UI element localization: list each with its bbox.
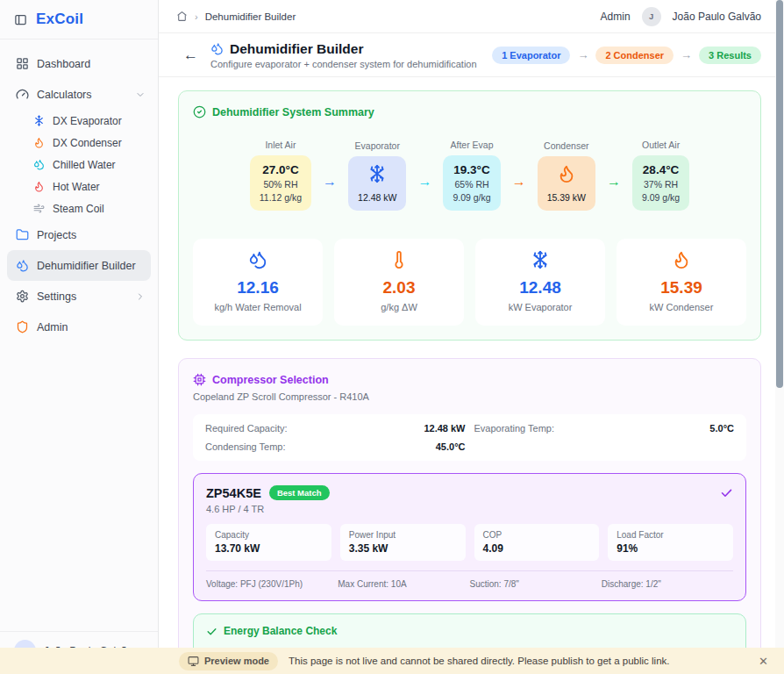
sidebar-item-steam-coil[interactable]: Steam Coil xyxy=(0,197,158,219)
stage-label: Inlet Air xyxy=(265,140,296,150)
requirement-row: Required Capacity: 12.48 kW xyxy=(205,423,466,434)
sidebar-item-label: Admin xyxy=(37,321,68,333)
arrow-icon: → xyxy=(512,174,526,190)
dashboard-icon xyxy=(16,57,29,70)
flame-icon xyxy=(557,164,576,183)
preview-banner: Preview mode This page is not live and c… xyxy=(0,648,784,674)
metric-water-removal: 12.16 kg/h Water Removal xyxy=(193,239,323,326)
compressor-subtitle: Copeland ZP Scroll Compressor - R410A xyxy=(193,391,746,402)
stage-humidity-ratio: 9.09 g/kg xyxy=(642,192,680,203)
stage-humidity-ratio: 11.12 g/kg xyxy=(260,192,302,203)
metric-evaporator-kw: 12.48 kW Evaporator xyxy=(475,239,605,326)
requirement-value: 5.0°C xyxy=(709,423,734,434)
metric-label: g/kg ΔW xyxy=(341,302,457,312)
metric-label: kg/h Water Removal xyxy=(200,302,316,312)
user-name[interactable]: João Paulo Galvão xyxy=(673,11,761,23)
process-flow: Inlet Air 27.0°C 50% RH 11.12 g/kg → Eva… xyxy=(193,140,746,211)
snowflake-icon xyxy=(531,250,550,269)
stage-outlet-air: Outlet Air 28.4°C 37% RH 9.09 g/kg xyxy=(632,140,689,211)
page-header: ← Dehumidifier Builder Configure evapora… xyxy=(159,33,784,77)
requirement-label: Required Capacity: xyxy=(205,423,288,434)
sidebar-item-dashboard[interactable]: Dashboard xyxy=(0,48,158,79)
stage-label: After Evap xyxy=(451,140,494,150)
breadcrumb-current[interactable]: Dehumidifier Builder xyxy=(205,11,296,22)
metric-label: kW Evaporator xyxy=(482,302,598,312)
compressor-model-card[interactable]: ZP54K5E Best Match 4.6 HP / 4 TR Capacit… xyxy=(193,473,746,601)
sidebar-item-dehumidifier-builder[interactable]: Dehumidifier Builder xyxy=(7,250,151,281)
spec-cop: COP 4.09 xyxy=(474,524,600,561)
stage-temp: 28.4°C xyxy=(642,163,680,176)
scrollbar-thumb[interactable] xyxy=(776,0,783,388)
stage-evaporator: Evaporator 12.48 kW xyxy=(348,140,406,211)
sidebar-item-projects[interactable]: Projects xyxy=(0,219,158,250)
model-specs: Capacity 13.70 kW Power Input 3.35 kW CO… xyxy=(206,524,733,561)
model-name: ZP54K5E xyxy=(206,486,261,500)
metric-label: kW Condenser xyxy=(624,302,739,312)
arrow-icon: → xyxy=(607,174,621,190)
scrollbar-track[interactable] xyxy=(775,0,784,674)
summary-title: Dehumidifier System Summary xyxy=(212,106,374,118)
metric-condenser-kw: 15.39 kW Condenser xyxy=(617,239,746,326)
app-logo[interactable]: ExCoil xyxy=(36,11,83,28)
main-area: › Dehumidifier Builder Admin J João Paul… xyxy=(159,0,784,674)
sidebar-item-chilled-water[interactable]: Chilled Water xyxy=(0,154,158,176)
detail-voltage: Voltage: PFJ (230V/1Ph) xyxy=(206,579,338,589)
check-circle-icon xyxy=(193,105,206,118)
gauge-icon xyxy=(16,88,29,101)
sidebar-item-dx-evaporator[interactable]: DX Evaporator xyxy=(0,110,158,132)
step-results[interactable]: 3 Results xyxy=(699,47,761,64)
sidebar-item-label: Projects xyxy=(37,229,76,241)
sidebar-item-label: Chilled Water xyxy=(53,159,116,171)
sidebar: ExCoil Dashboard Calculators xyxy=(0,0,159,674)
compressor-title: Compressor Selection xyxy=(212,374,329,386)
arrow-icon: → xyxy=(323,174,337,190)
requirement-row: Evaporating Temp: 5.0°C xyxy=(474,423,735,434)
sidebar-item-hot-water[interactable]: Hot Water xyxy=(0,176,158,197)
spec-load-factor: Load Factor 91% xyxy=(608,524,733,561)
preview-mode-label: Preview mode xyxy=(204,656,269,666)
gear-icon xyxy=(16,290,29,303)
panel-toggle-icon[interactable] xyxy=(14,13,27,26)
home-icon[interactable] xyxy=(176,11,188,22)
droplets-icon xyxy=(16,259,29,272)
arrow-icon: → xyxy=(417,174,431,190)
stage-inlet-air: Inlet Air 27.0°C 50% RH 11.12 g/kg xyxy=(250,140,311,211)
sidebar-item-calculators[interactable]: Calculators xyxy=(0,79,158,110)
spec-power-input: Power Input 3.35 kW xyxy=(340,524,466,561)
avatar[interactable]: J xyxy=(642,7,661,26)
stage-label: Evaporator xyxy=(355,140,400,151)
metrics-row: 12.16 kg/h Water Removal 2.03 g/kg ΔW xyxy=(193,239,746,326)
detail-discharge: Discharge: 1/2" xyxy=(602,579,733,589)
sidebar-item-label: DX Condenser xyxy=(53,137,122,149)
step-evaporator[interactable]: 1 Evaporator xyxy=(492,47,570,64)
stage-humidity-ratio: 9.09 g/kg xyxy=(453,192,490,203)
best-match-badge: Best Match xyxy=(269,485,330,500)
shield-icon xyxy=(16,320,29,333)
page-content: Dehumidifier System Summary Inlet Air 27… xyxy=(159,77,784,674)
spec-label: COP xyxy=(483,530,591,540)
close-icon[interactable]: ✕ xyxy=(753,655,773,668)
sidebar-nav: Dashboard Calculators DX Evaporator xyxy=(0,39,158,631)
flame-icon xyxy=(33,181,45,192)
sidebar-item-settings[interactable]: Settings xyxy=(0,281,158,312)
banner-message: This page is not live and cannot be shar… xyxy=(289,656,753,666)
requirement-label: Evaporating Temp: xyxy=(474,423,555,434)
metric-value: 2.03 xyxy=(341,278,457,298)
model-rating: 4.6 HP / 4 TR xyxy=(206,504,733,514)
sidebar-item-dx-condenser[interactable]: DX Condenser xyxy=(0,132,158,154)
stage-temp: 27.0°C xyxy=(260,163,302,176)
detail-max-current: Max Current: 10A xyxy=(338,579,469,589)
breadcrumb: › Dehumidifier Builder xyxy=(176,11,296,22)
metric-value: 12.48 xyxy=(482,278,598,298)
stage-rh: 50% RH xyxy=(260,179,302,190)
step-indicator: 1 Evaporator → 2 Condenser → 3 Results xyxy=(492,47,761,64)
sidebar-item-admin[interactable]: Admin xyxy=(0,312,158,342)
back-button[interactable]: ← xyxy=(183,47,198,62)
step-condenser[interactable]: 2 Condenser xyxy=(595,47,674,64)
requirement-value: 45.0°C xyxy=(436,441,466,452)
spec-value: 13.70 kW xyxy=(215,542,323,555)
droplets-icon xyxy=(33,159,45,170)
compressor-selection-card: Compressor Selection Copeland ZP Scroll … xyxy=(178,358,761,674)
page-subtitle: Configure evaporator + condenser system … xyxy=(210,59,477,69)
folder-icon xyxy=(16,228,29,241)
